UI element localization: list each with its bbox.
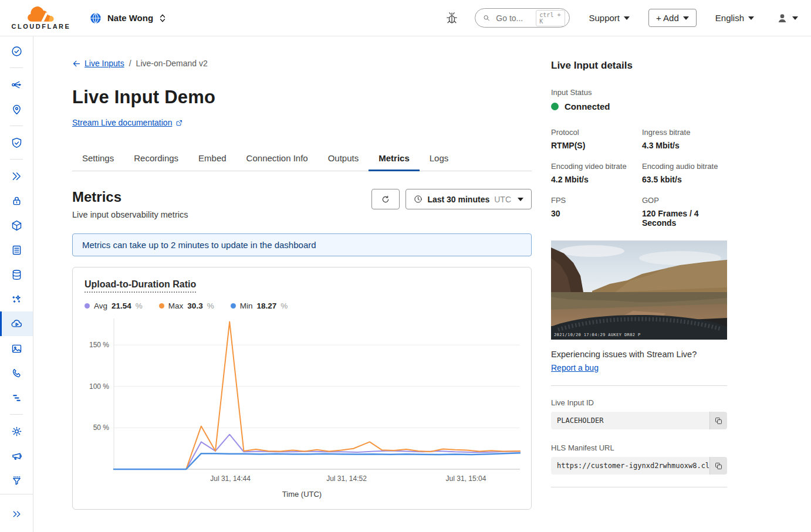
copy-live-input-id-button[interactable] (709, 412, 727, 429)
page-title: Live Input Demo (72, 87, 532, 108)
global-search[interactable]: ctrl + K (475, 8, 570, 28)
tab-logs[interactable]: Logs (420, 147, 459, 171)
brand-text: CLOUDFLARE (12, 23, 71, 30)
detail-value: 4.2 Mbit/s (551, 175, 636, 184)
sidebar-item-megaphone[interactable] (0, 443, 33, 468)
images-icon (11, 343, 23, 355)
metrics-title: Metrics (72, 189, 188, 205)
sidebar-divider (10, 67, 23, 68)
report-bug-link[interactable]: Report a bug (551, 363, 599, 372)
network-share-icon (11, 79, 23, 91)
video-frame (551, 240, 727, 340)
sidebar-item-server-stack[interactable] (0, 238, 33, 262)
stream-details-grid: ProtocolRTMP(S)Ingress bitrate4.3 Mbit/s… (551, 128, 727, 228)
sidebar-item-queues[interactable] (0, 385, 33, 410)
chevron-down-icon (518, 198, 523, 201)
legend-item-max: Max30.3% (159, 301, 214, 310)
database-icon (11, 269, 23, 281)
chevron-down-icon (748, 16, 754, 20)
input-status-row: Connected (551, 101, 727, 111)
sidebar-item-shield-security[interactable] (0, 130, 33, 155)
breadcrumb-back-label: Live Inputs (85, 59, 124, 68)
tab-outputs[interactable]: Outputs (318, 147, 369, 171)
sidebar-item-ai-sparkles[interactable] (0, 287, 33, 311)
chevron-down-icon (792, 16, 798, 20)
cloudflare-cloud-icon (23, 6, 59, 24)
live-video-preview: 2021/10/20 17:04:29 AUKEY DR02 P (551, 240, 727, 340)
account-name: Nate Wong (107, 13, 153, 23)
live-input-content: Live Inputs / Live-on-Demand v2 Live Inp… (72, 59, 532, 510)
megaphone-icon (11, 450, 23, 462)
legend-series-name: Avg (94, 301, 107, 310)
sidebar-item-workers-cube[interactable] (0, 213, 33, 238)
tab-settings[interactable]: Settings (72, 147, 124, 171)
metrics-header: Metrics Live input observability metrics (72, 189, 532, 219)
shield-security-icon (11, 137, 23, 149)
sidebar-bottom (0, 494, 33, 532)
breadcrumb-separator: / (129, 59, 131, 68)
detail-encoding-audio-bitrate: Encoding audio bitrate63.5 kbit/s (642, 162, 727, 184)
detail-encoding-video-bitrate: Encoding video bitrate4.2 Mbit/s (551, 162, 636, 184)
sidebar-item-network-share[interactable] (0, 72, 33, 97)
time-zone-label: UTC (494, 195, 511, 204)
lock-ssl-icon (11, 195, 23, 207)
chart-x-axis-label: Time (UTC) (83, 490, 521, 499)
detail-label: Protocol (551, 128, 636, 137)
sidebar-item-stream-cloud-play[interactable] (0, 311, 33, 336)
documentation-link[interactable]: Stream Live documentation (72, 118, 183, 127)
user-menu[interactable] (773, 12, 802, 25)
add-button[interactable]: + Add (648, 9, 697, 27)
detail-label: GOP (642, 196, 727, 205)
sidebar-item-funnel[interactable] (0, 468, 33, 493)
detail-label: Encoding audio bitrate (642, 162, 727, 171)
account-picker[interactable]: Nate Wong (89, 12, 167, 25)
hls-manifest-url-value: https://customer-igynxd2rwhmuoxw8.cloudf (551, 457, 709, 475)
refresh-button[interactable] (371, 189, 400, 209)
time-range-dropdown[interactable]: Last 30 minutes UTC (406, 189, 532, 209)
issues-text: Experiencing issues with Stream Live? (551, 350, 727, 359)
account-switcher-icon (158, 13, 167, 23)
stream-cloud-play-icon (11, 318, 23, 330)
tab-connection-info[interactable]: Connection Info (236, 147, 318, 171)
detail-value: 30 (551, 209, 636, 218)
sidebar-item-phone-calls[interactable] (0, 361, 33, 385)
sidebar-collapse-button[interactable] (0, 501, 33, 526)
sidebar-item-speed-chevrons[interactable] (0, 164, 33, 188)
tab-recordings[interactable]: Recordings (124, 147, 188, 171)
copy-icon (714, 462, 723, 470)
copy-hls-url-button[interactable] (709, 457, 727, 475)
search-input[interactable] (495, 13, 531, 23)
double-chevron-right-icon (11, 508, 23, 520)
funnel-icon (11, 475, 23, 487)
detail-value: 4.3 Mbit/s (642, 141, 727, 150)
support-label: Support (589, 13, 620, 23)
divider (551, 487, 727, 487)
sidebar-item-lock-ssl[interactable] (0, 188, 33, 213)
add-label: + Add (656, 13, 679, 23)
chart-card: Upload-to-Duration Ratio Avg21.54%Max30.… (72, 267, 532, 510)
language-menu[interactable]: English (712, 12, 758, 23)
sidebar-item-time-check[interactable] (0, 39, 33, 63)
tab-metrics[interactable]: Metrics (369, 147, 420, 171)
support-menu[interactable]: Support (585, 12, 633, 23)
metrics-chart[interactable]: 50 %100 %150 %Jul 31, 14:44Jul 31, 14:52… (83, 315, 522, 485)
detail-protocol: ProtocolRTMP(S) (551, 128, 636, 150)
cloudflare-logo[interactable]: CLOUDFLARE (8, 6, 74, 30)
legend-series-value: 18.27 (256, 301, 276, 310)
live-input-id-value: PLACEHOLDER (551, 412, 709, 429)
search-icon (483, 13, 490, 22)
sidebar-item-location-pin[interactable] (0, 97, 33, 121)
sidebar-item-database[interactable] (0, 262, 33, 287)
breadcrumb-back-link[interactable]: Live Inputs (72, 59, 124, 68)
sidebar-divider (10, 126, 23, 126)
detail-ingress-bitrate: Ingress bitrate4.3 Mbit/s (642, 128, 727, 150)
sidebar-item-gear-settings[interactable] (0, 419, 33, 443)
sidebar-divider (10, 414, 23, 415)
globe-icon (89, 12, 102, 25)
gear-settings-icon (11, 425, 23, 438)
time-range-label: Last 30 minutes (427, 195, 489, 204)
sidebar-item-images[interactable] (0, 336, 33, 361)
bug-report-icon[interactable] (444, 10, 459, 26)
tab-embed[interactable]: Embed (188, 147, 236, 171)
chart-title: Upload-to-Duration Ratio (85, 279, 196, 293)
